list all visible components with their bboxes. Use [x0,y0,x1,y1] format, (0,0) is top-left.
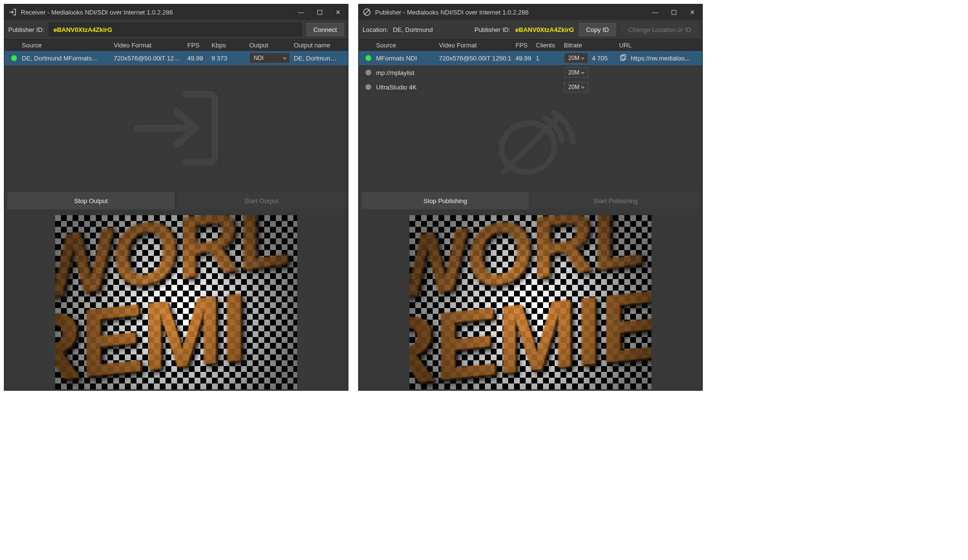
bitrate-select[interactable]: 20M [564,53,588,63]
close-button[interactable]: ✕ [331,6,345,18]
publisher-id-label: Publisher ID: [8,26,44,33]
copy-url-icon[interactable] [619,54,627,62]
cell-output-name: DE, Dortmund MF [292,55,340,62]
change-location-button[interactable]: Change Location or ID [621,23,698,36]
preview-image: WORL REMI [55,215,297,389]
col-clients[interactable]: Clients [534,42,562,49]
col-format[interactable]: Video Format [112,42,185,49]
col-format[interactable]: Video Format [437,42,514,49]
publisher-bg-icon [482,99,579,186]
publisher-toolbar: Location: DE, Dortmund Publisher ID: eBA… [359,20,702,39]
cell-format: 720x576@50.00iT 1250:1 [112,55,185,62]
cell-source: DE, Dortmund MFormats... [20,55,112,62]
publisher-window: Publisher - Medialooks NDI/SDI over Inte… [358,4,703,391]
col-fps[interactable]: FPS [185,42,210,49]
cell-source: MFormats NDI [374,55,437,62]
cell-output: NDI [247,53,292,63]
output-select[interactable]: NDI [249,53,290,63]
publisher-actions: Stop Publishing Start Publishing [359,191,702,211]
publisher-table-header: Source Video Format FPS Clients Bitrate … [359,39,702,51]
window-title: Receiver - Medialooks NDI/SDI over Inter… [21,9,290,16]
cell-bitrate-select: 20M [562,53,590,63]
col-kbps[interactable]: Kbps [210,42,247,49]
receiver-bg-icon [128,85,225,172]
stop-output-button[interactable]: Stop Output [7,192,175,209]
publisher-preview: WORL REMIE [359,211,702,390]
cell-kbps: 9 373 [210,55,247,62]
col-bitrate[interactable]: Bitrate [562,42,590,49]
maximize-button[interactable] [312,6,327,18]
table-row[interactable]: UltraStudio 4K 20M [359,80,702,94]
col-fps[interactable]: FPS [514,42,534,49]
col-output-name[interactable]: Output name [292,42,340,49]
titlebar[interactable]: Publisher - Medialooks NDI/SDI over Inte… [359,4,702,20]
svg-rect-0 [318,10,322,15]
receiver-preview: WORL REMI [4,211,348,390]
receiver-toolbar: Publisher ID: eBANV0XtzA4ZkirG Connect [4,20,348,39]
cell-fps: 49.99 [514,55,534,62]
status-indicator-icon [365,55,371,61]
cell-source: mp://mplaylist [374,69,437,76]
receiver-rows: DE, Dortmund MFormats... 720x576@50.00iT… [4,51,348,191]
bitrate-select[interactable]: 20M [564,82,588,92]
copy-id-button[interactable]: Copy ID [579,23,616,36]
publisher-id-value: eBANV0XtzA4ZkirG [53,26,112,33]
cell-url: https://nw.medialoo... [617,54,691,62]
minimize-button[interactable]: ― [294,6,308,18]
publisher-id-field[interactable]: eBANV0XtzA4ZkirG [49,23,301,36]
col-source[interactable]: Source [374,42,437,49]
cell-source: UltraStudio 4K [374,84,437,91]
publisher-app-icon [363,8,371,16]
cell-bitrate-value: 4 705 [590,55,617,62]
publisher-id-label: Publisher ID: [474,26,510,33]
receiver-table-header: Source Video Format FPS Kbps Output Outp… [4,39,348,51]
preview-image: WORL REMIE [409,215,651,389]
maximize-button[interactable] [666,6,681,18]
cell-format: 720x576@50.00iT 1250:1 [437,55,514,62]
start-output-button[interactable]: Start Output [178,192,345,209]
window-title: Publisher - Medialooks NDI/SDI over Inte… [375,9,644,16]
status-indicator-icon [365,84,371,90]
receiver-actions: Stop Output Start Output [4,191,348,211]
titlebar[interactable]: Receiver - Medialooks NDI/SDI over Inter… [4,4,348,20]
minimize-button[interactable]: ― [648,6,663,18]
table-row[interactable]: MFormats NDI 720x576@50.00iT 1250:1 49.9… [359,51,702,65]
table-row[interactable]: DE, Dortmund MFormats... 720x576@50.00iT… [4,51,348,65]
bitrate-select[interactable]: 20M [564,67,588,78]
location-value: DE, Dortmund [393,26,433,33]
start-publishing-button[interactable]: Start Publishing [532,192,699,209]
status-indicator-icon [11,55,17,61]
publisher-rows: MFormats NDI 720x576@50.00iT 1250:1 49.9… [359,51,702,191]
col-url[interactable]: URL [617,42,691,49]
col-output[interactable]: Output [247,42,292,49]
cell-clients: 1 [534,55,562,62]
receiver-app-icon [8,8,17,16]
close-button[interactable]: ✕ [685,6,699,18]
location-label: Location: [363,26,388,33]
stop-publishing-button[interactable]: Stop Publishing [362,192,529,209]
table-row[interactable]: mp://mplaylist 20M [359,65,702,80]
connect-button[interactable]: Connect [306,23,344,36]
publisher-id-value: eBANV0XtzA4ZkirG [515,26,574,33]
cell-fps: 49.99 [185,55,210,62]
col-source[interactable]: Source [20,42,112,49]
svg-rect-2 [672,10,676,15]
status-indicator-icon [365,70,371,75]
receiver-window: Receiver - Medialooks NDI/SDI over Inter… [4,4,348,391]
